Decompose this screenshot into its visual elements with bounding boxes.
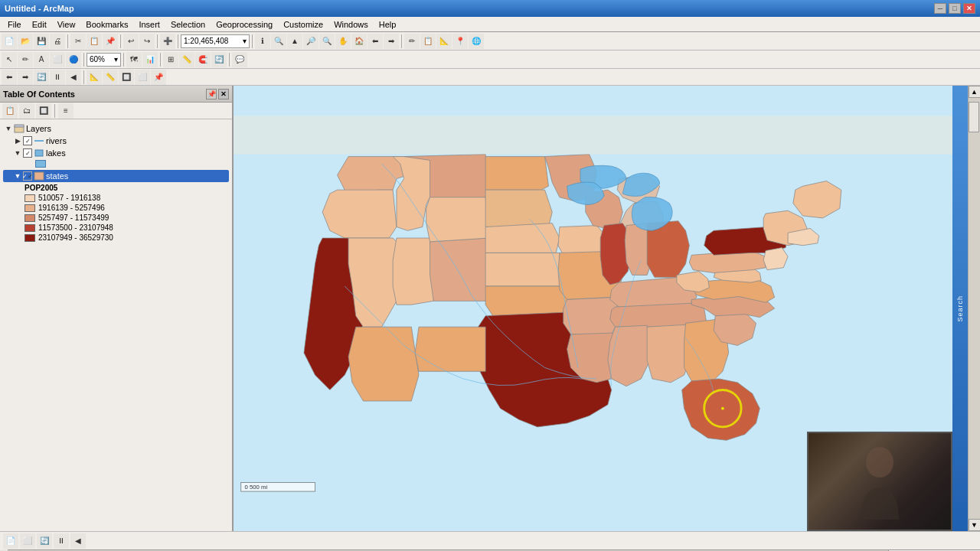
svg-rect-4 — [34, 172, 44, 180]
nav-btn-4[interactable]: ⏸ — [54, 533, 69, 549]
menu-insert[interactable]: Insert — [134, 19, 165, 30]
toc-list-view[interactable]: 📋 — [2, 103, 18, 119]
scroll-up-button[interactable]: ▲ — [969, 86, 981, 98]
open-button[interactable]: 📂 — [18, 34, 33, 49]
prev-extent-button[interactable]: ⬅ — [368, 34, 383, 49]
map-area[interactable]: 0 500 mi — [234, 86, 952, 531]
geocode-button[interactable]: 📍 — [452, 34, 468, 49]
undo-button[interactable]: ↩ — [123, 34, 139, 49]
grid-button[interactable]: ⊞ — [163, 52, 178, 67]
toc-selection-view[interactable]: 🔲 — [36, 103, 51, 119]
states-icon — [34, 171, 44, 181]
paste-button[interactable]: 📌 — [103, 34, 118, 49]
lakes-row[interactable]: ▼ lakes — [3, 147, 229, 159]
toc-source-view[interactable]: 🗂 — [19, 103, 34, 119]
nav-btn-1[interactable]: 📄 — [3, 533, 18, 549]
save-button[interactable]: 💾 — [34, 34, 49, 49]
arcgis-online[interactable]: 🌐 — [469, 34, 484, 49]
draw-tool-2[interactable]: ✏ — [18, 52, 33, 67]
extra-tool-2[interactable]: ➡ — [18, 70, 33, 85]
pan-button[interactable]: ✋ — [335, 34, 351, 49]
scroll-down-button[interactable]: ▼ — [969, 519, 981, 531]
legend-swatch-2 — [24, 204, 35, 212]
nav-btn-2[interactable]: ⬜ — [20, 533, 35, 549]
find-button[interactable]: 🔍 — [271, 34, 286, 49]
states-row[interactable]: ▼ ✓ states — [3, 170, 229, 182]
extra-tool-10[interactable]: 📌 — [151, 70, 166, 85]
toc-close-button[interactable]: ✕ — [218, 89, 229, 99]
nav-btn-3[interactable]: 🔄 — [37, 533, 52, 549]
zoom-in-button[interactable]: 🔎 — [303, 34, 318, 49]
map-tip[interactable]: 💬 — [232, 52, 247, 67]
menu-file[interactable]: File — [3, 19, 26, 30]
identify-button[interactable]: ℹ — [255, 34, 270, 49]
zoom-out-button[interactable]: 🔍 — [319, 34, 335, 49]
draw-tool-3[interactable]: A — [34, 52, 49, 67]
next-extent-button[interactable]: ➡ — [384, 34, 399, 49]
data-view-button[interactable]: 📊 — [142, 52, 158, 67]
rotate-button[interactable]: 🔄 — [211, 52, 227, 67]
title-bar: Untitled - ArcMap ─ □ ✕ — [0, 0, 980, 17]
lakes-expand[interactable]: ▼ — [14, 149, 21, 157]
extra-tool-3[interactable]: 🔄 — [34, 70, 49, 85]
menu-windows[interactable]: Windows — [329, 19, 373, 30]
layout-view-button[interactable]: 🗺 — [126, 52, 142, 67]
close-button[interactable]: ✕ — [963, 3, 975, 14]
layers-expand[interactable]: ▼ — [5, 125, 12, 132]
scroll-thumb[interactable] — [969, 102, 979, 132]
nav-btn-5[interactable]: ◀ — [70, 533, 86, 549]
menu-bookmarks[interactable]: Bookmarks — [81, 19, 132, 30]
rivers-row[interactable]: ▶ rivers — [3, 135, 229, 147]
menu-help[interactable]: Help — [374, 19, 401, 30]
draw-tool-5[interactable]: 🔵 — [66, 52, 81, 67]
rivers-checkbox[interactable] — [23, 136, 32, 145]
lakes-checkbox[interactable] — [23, 148, 32, 158]
redo-button[interactable]: ↪ — [139, 34, 155, 49]
extra-tool-8[interactable]: 🔲 — [119, 70, 134, 85]
states-expand[interactable]: ▼ — [14, 172, 21, 180]
extra-tool-7[interactable]: 📏 — [103, 70, 118, 85]
states-checkbox[interactable]: ✓ — [23, 171, 32, 181]
snap-button[interactable]: 🧲 — [195, 52, 211, 67]
menu-customize[interactable]: Customize — [279, 19, 328, 30]
menu-edit[interactable]: Edit — [28, 19, 51, 30]
print-button[interactable]: 🖨 — [50, 34, 65, 49]
editor-toolbar[interactable]: ✏ — [404, 34, 420, 49]
select-elements[interactable]: ▲ — [287, 34, 302, 49]
rivers-icon — [34, 135, 44, 146]
extra-tool-6[interactable]: 📐 — [87, 70, 102, 85]
add-data-button[interactable]: ➕ — [160, 34, 175, 49]
ruler-button[interactable]: 📏 — [179, 52, 194, 67]
menu-selection[interactable]: Selection — [166, 19, 210, 30]
menu-geoprocessing[interactable]: Geoprocessing — [211, 19, 277, 30]
scroll-track[interactable] — [969, 98, 980, 519]
lakes-swatch-row — [3, 160, 229, 169]
draw-tool-1[interactable]: ↖ — [2, 52, 17, 67]
copy-button[interactable]: 📋 — [87, 34, 102, 49]
maximize-button[interactable]: □ — [949, 3, 961, 14]
extra-tool-4[interactable]: ⏸ — [50, 70, 65, 85]
extra-tool-5[interactable]: ◀ — [66, 70, 81, 85]
webcam-video — [808, 433, 951, 530]
new-button[interactable]: 📄 — [2, 34, 17, 49]
menu-view[interactable]: View — [53, 19, 80, 30]
measure-button[interactable]: 📐 — [436, 34, 452, 49]
minimize-button[interactable]: ─ — [934, 3, 946, 14]
layers-group: ▼ Layers ▶ rivers — [3, 122, 229, 243]
toc-options[interactable]: ≡ — [58, 103, 74, 119]
attributes-button[interactable]: 📋 — [420, 34, 436, 49]
full-extent-button[interactable]: 🏠 — [351, 34, 367, 49]
svg-marker-12 — [348, 327, 419, 401]
scale-input[interactable]: 1:20,465,408 ▾ — [181, 34, 250, 48]
zoom-input[interactable]: 60% ▾ — [87, 53, 121, 67]
cut-button[interactable]: ✂ — [70, 34, 86, 49]
extra-tool-1[interactable]: ⬅ — [2, 70, 17, 85]
search-panel[interactable]: Search — [952, 86, 968, 531]
layers-row[interactable]: ▼ Layers — [3, 122, 229, 135]
draw-tool-4[interactable]: ⬜ — [50, 52, 65, 67]
extra-tool-9[interactable]: ⬜ — [135, 70, 150, 85]
toc-title: Table Of Contents — [3, 90, 75, 99]
legend-title: POP2005 — [3, 182, 229, 193]
toc-pin-button[interactable]: 📌 — [206, 89, 217, 99]
rivers-expand[interactable]: ▶ — [14, 137, 21, 145]
